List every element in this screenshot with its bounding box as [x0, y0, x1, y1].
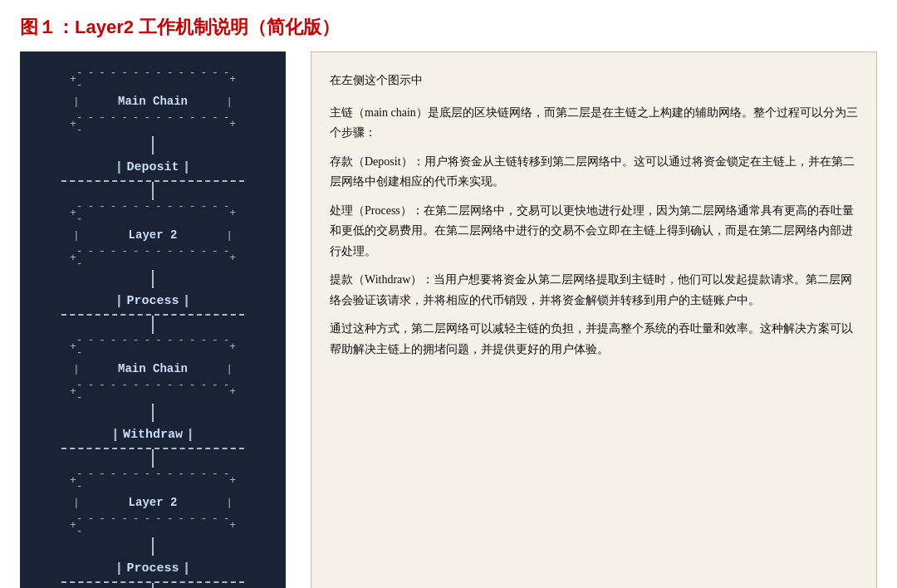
connector-line-4	[152, 316, 154, 334]
process-label-2: | Process |	[61, 556, 244, 581]
text-para-5: 通过这种方式，第二层网络可以减轻主链的负担，并提高整个系统的吞吐量和效率。这种解…	[330, 319, 858, 360]
text-para-3: 处理（Process）：在第二层网络中，交易可以更快地进行处理，因为第二层网络通…	[330, 201, 858, 262]
connector-line-2	[152, 182, 154, 200]
main-content: + - - - - - - - - - - - - - - - + | Main…	[20, 51, 877, 588]
process-label-1: | Process |	[61, 288, 244, 314]
connector-line-8	[152, 583, 154, 588]
connector-line-5	[152, 404, 154, 422]
deposit-label: | Deposit |	[61, 154, 244, 180]
layer2-box-1: + - - - - - - - - - - - - - - - + | Laye…	[70, 200, 236, 270]
connector-line-7	[152, 537, 154, 556]
text-intro: 在左侧这个图示中	[330, 71, 858, 91]
connector-line-3	[152, 270, 154, 288]
text-para-2: 存款（Deposit）：用户将资金从主链转移到第二层网络中。这可以通过将资金锁定…	[330, 152, 858, 193]
main-chain-label-1: Main Chain	[83, 95, 223, 108]
main-chain-box-2: + - - - - - - - - - - - - - - - + | Main…	[70, 334, 236, 404]
main-chain-label-2: Main Chain	[83, 362, 223, 375]
page-title: 图１：Layer2 工作机制说明（简化版）	[20, 15, 877, 40]
connector-line-6	[152, 449, 154, 468]
diagram-area: + - - - - - - - - - - - - - - - + | Main…	[20, 51, 286, 588]
layer2-label-2: Layer 2	[83, 496, 223, 509]
text-para-1: 主链（main chain）是底层的区块链网络，而第二层是在主链之上构建的辅助网…	[330, 103, 858, 144]
main-chain-box-1: + - - - - - - - - - - - - - - - + | Main…	[70, 66, 236, 136]
text-para-4: 提款（Withdraw）：当用户想要将资金从第二层网络提取到主链时，他们可以发起…	[330, 270, 858, 311]
layer2-box-2: + - - - - - - - - - - - - - - - + | Laye…	[70, 468, 236, 537]
connector-line-1	[152, 136, 154, 154]
withdraw-label: | Withdraw |	[61, 422, 244, 448]
layer2-label-1: Layer 2	[83, 228, 223, 242]
text-panel: 在左侧这个图示中 主链（main chain）是底层的区块链网络，而第二层是在主…	[311, 51, 877, 588]
